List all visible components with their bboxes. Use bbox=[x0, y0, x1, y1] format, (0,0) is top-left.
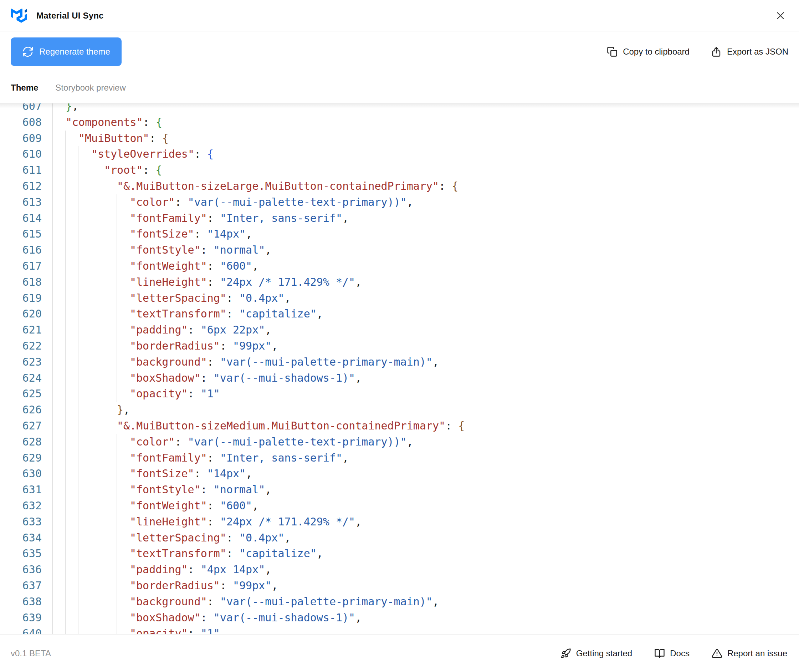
indent-guide bbox=[91, 498, 104, 514]
code-line: 620"textTransform": "capitalize", bbox=[0, 306, 799, 322]
report-an-issue-link[interactable]: Report an issue bbox=[712, 648, 787, 659]
indent-guide bbox=[104, 226, 117, 242]
code-token: "components" bbox=[66, 115, 143, 131]
indent-guide bbox=[66, 354, 78, 370]
code-token: "99px" bbox=[233, 338, 271, 354]
code-token: , bbox=[433, 354, 439, 370]
code-token: : bbox=[201, 482, 214, 498]
code-token: : bbox=[207, 594, 220, 610]
code-lines: 607},608"components": {609"MuiButton": {… bbox=[0, 104, 799, 634]
mui-logo-icon bbox=[11, 8, 27, 23]
tab-theme[interactable]: Theme bbox=[11, 83, 38, 93]
indent-spacer bbox=[104, 178, 117, 194]
code-token: "600" bbox=[220, 498, 252, 514]
indent-guide bbox=[78, 402, 91, 418]
code-line: 628"color": "var(--mui-palette-text-prim… bbox=[0, 434, 799, 450]
indent-spacer bbox=[91, 162, 104, 178]
code-line: 613"color": "var(--mui-palette-text-prim… bbox=[0, 194, 799, 210]
indent-guide bbox=[91, 226, 104, 242]
indent-guide bbox=[104, 514, 117, 530]
code-token: : bbox=[188, 386, 201, 402]
code-token: : bbox=[220, 578, 233, 594]
indent-spacer bbox=[104, 402, 117, 418]
indent-guide bbox=[53, 610, 66, 626]
code-token: "0.4px" bbox=[239, 530, 284, 546]
code-editor[interactable]: 607},608"components": {609"MuiButton": {… bbox=[0, 104, 799, 634]
code-token: , bbox=[355, 370, 361, 386]
code-line: 627"&.MuiButton-sizeMedium.MuiButton-con… bbox=[0, 418, 799, 434]
indent-guide bbox=[104, 546, 117, 562]
code-token: "background" bbox=[130, 594, 207, 610]
rocket-icon bbox=[561, 648, 571, 659]
indent-guide bbox=[78, 466, 91, 482]
code-token: "99px" bbox=[233, 578, 271, 594]
indent-guide bbox=[78, 194, 91, 210]
indent-guide bbox=[53, 562, 66, 578]
indent-guide bbox=[53, 258, 66, 274]
indent-guide bbox=[78, 274, 91, 290]
code-line: 608"components": { bbox=[0, 115, 799, 131]
code-token: , bbox=[316, 306, 323, 322]
tab-storybook-preview[interactable]: Storybook preview bbox=[55, 83, 126, 93]
code-token: , bbox=[271, 338, 278, 354]
indent-guide bbox=[66, 386, 78, 402]
indent-guide bbox=[66, 546, 78, 562]
line-number: 636 bbox=[0, 562, 53, 578]
code-token: "var(--mui-palette-primary-main)" bbox=[220, 354, 433, 370]
indent-guide bbox=[53, 274, 66, 290]
indent-guide bbox=[66, 162, 78, 178]
getting-started-link[interactable]: Getting started bbox=[561, 648, 632, 659]
code-token: "14px" bbox=[207, 226, 246, 242]
indent-guide bbox=[53, 146, 66, 162]
indent-guide bbox=[66, 146, 78, 162]
code-line: 636"padding": "4px 14px", bbox=[0, 562, 799, 578]
indent-spacer bbox=[117, 370, 130, 386]
docs-link[interactable]: Docs bbox=[654, 648, 690, 659]
indent-guide bbox=[78, 370, 91, 386]
indent-guide bbox=[104, 290, 117, 306]
indent-guide bbox=[53, 386, 66, 402]
indent-guide bbox=[91, 210, 104, 227]
code-line: 633"lineHeight": "24px /* 171.429% */", bbox=[0, 514, 799, 530]
indent-guide bbox=[104, 370, 117, 386]
code-token: : bbox=[226, 290, 239, 306]
line-number: 635 bbox=[0, 546, 53, 562]
code-token: "1" bbox=[201, 386, 220, 402]
indent-spacer bbox=[53, 115, 66, 131]
close-button[interactable] bbox=[773, 8, 788, 24]
code-line: 629"fontFamily": "Inter, sans-serif", bbox=[0, 450, 799, 466]
footer: v0.1 BETA Getting started Docs bbox=[0, 634, 799, 672]
indent-guide bbox=[91, 322, 104, 338]
indent-guide bbox=[104, 210, 117, 227]
code-token: : bbox=[194, 466, 207, 482]
indent-guide bbox=[91, 306, 104, 322]
indent-guide bbox=[53, 594, 66, 610]
code-token: , bbox=[407, 194, 413, 210]
copy-to-clipboard-button[interactable]: Copy to clipboard bbox=[607, 46, 690, 57]
indent-guide bbox=[66, 322, 78, 338]
line-number: 632 bbox=[0, 498, 53, 514]
code-token: "background" bbox=[130, 354, 207, 370]
indent-guide bbox=[78, 482, 91, 498]
export-as-json-button[interactable]: Export as JSON bbox=[711, 46, 788, 57]
indent-spacer bbox=[53, 104, 66, 115]
regenerate-theme-button[interactable]: Regenerate theme bbox=[11, 37, 121, 66]
code-token: : bbox=[188, 626, 201, 634]
code-line: 632"fontWeight": "600", bbox=[0, 498, 799, 514]
code-token: : bbox=[188, 562, 201, 578]
indent-guide bbox=[66, 482, 78, 498]
indent-guide bbox=[78, 338, 91, 354]
code-token: "capitalize" bbox=[239, 306, 316, 322]
indent-guide bbox=[91, 354, 104, 370]
code-line: 626}, bbox=[0, 402, 799, 418]
code-token: : bbox=[175, 434, 187, 450]
page-title: Material UI Sync bbox=[36, 11, 104, 21]
version-label: v0.1 BETA bbox=[11, 648, 51, 658]
indent-guide bbox=[91, 530, 104, 546]
code-token: , bbox=[355, 274, 361, 290]
indent-guide bbox=[104, 194, 117, 210]
code-token: "var(--mui-shadows-1)" bbox=[214, 370, 355, 386]
indent-guide bbox=[78, 514, 91, 530]
indent-spacer bbox=[117, 610, 130, 626]
indent-guide bbox=[78, 530, 91, 546]
